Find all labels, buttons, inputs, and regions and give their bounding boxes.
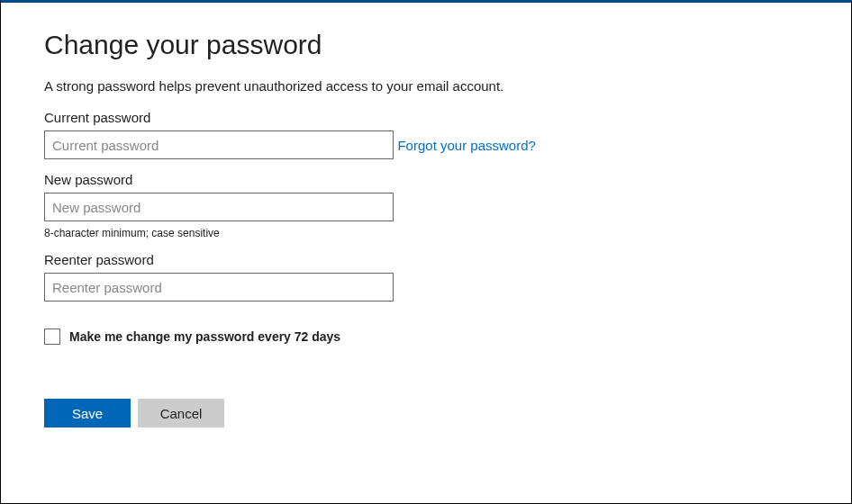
reenter-password-label: Reenter password	[44, 252, 808, 267]
new-password-label: New password	[44, 172, 808, 187]
reenter-password-group: Reenter password	[44, 252, 808, 302]
change-password-form: Change your password A strong password h…	[1, 3, 851, 454]
cancel-button[interactable]: Cancel	[138, 399, 224, 428]
new-password-group: New password 8-character minimum; case s…	[44, 172, 808, 239]
page-title: Change your password	[44, 30, 808, 60]
current-password-label: Current password	[44, 110, 808, 125]
change-reminder-row: Make me change my password every 72 days	[44, 328, 808, 345]
reenter-password-input[interactable]	[44, 273, 394, 302]
new-password-input[interactable]	[44, 193, 394, 221]
current-password-input[interactable]	[44, 130, 394, 159]
change-reminder-checkbox[interactable]	[44, 328, 60, 345]
change-reminder-label[interactable]: Make me change my password every 72 days	[69, 329, 340, 344]
subtitle: A strong password helps prevent unauthor…	[44, 78, 808, 94]
save-button[interactable]: Save	[44, 399, 131, 428]
password-hint: 8-character minimum; case sensitive	[44, 227, 808, 239]
current-password-group: Current password Forgot your password?	[44, 110, 808, 159]
forgot-password-link[interactable]: Forgot your password?	[397, 138, 535, 153]
button-row: Save Cancel	[44, 399, 808, 428]
